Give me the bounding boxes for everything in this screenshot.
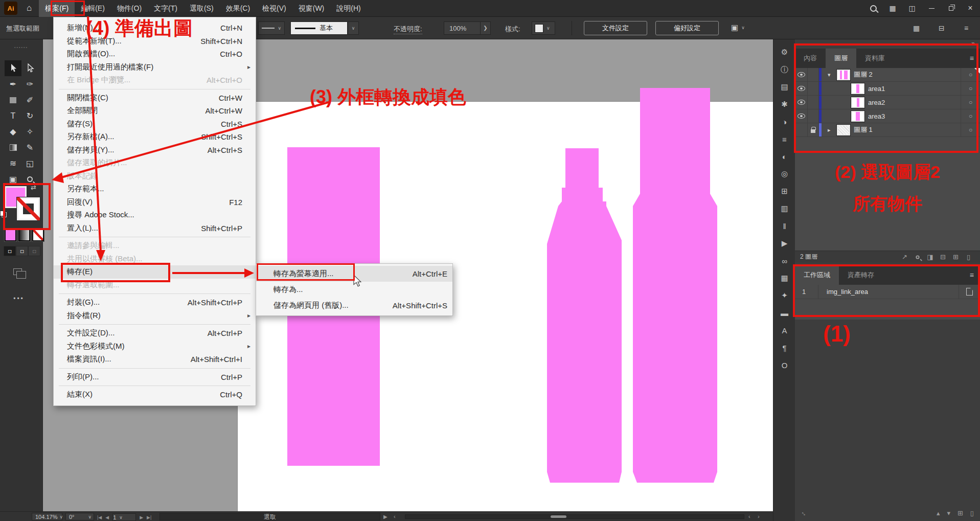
previous-artboard-button[interactable]: ◀ <box>105 515 109 520</box>
grid-icon[interactable]: ▦ <box>913 24 920 32</box>
appearance-panel-icon[interactable]: ✦ <box>773 287 795 304</box>
file-menu-item-27[interactable]: 結束(X)Ctrl+Q <box>54 388 256 401</box>
menu-edit[interactable]: 編輯(E) <box>75 0 111 17</box>
menu-view[interactable]: 檢視(V) <box>256 0 292 17</box>
stroke-color-swatch[interactable] <box>17 197 40 220</box>
menu-type[interactable]: 文字(T) <box>148 0 184 17</box>
selection-tool[interactable] <box>5 60 21 76</box>
scroll-left-icon[interactable]: ‹ <box>394 513 396 519</box>
file-menu-item-14[interactable]: 回復(V)F12 <box>54 196 256 209</box>
locate-object-icon[interactable] <box>911 253 924 261</box>
gradient-mode-button[interactable] <box>18 229 30 241</box>
visibility-toggle[interactable] <box>795 123 808 137</box>
change-screen-mode-icon[interactable] <box>13 268 22 275</box>
export-submenu-item-3[interactable]: 儲存為網頁用 (舊版)...Alt+Shift+Ctrl+S <box>256 298 452 313</box>
opacity-label[interactable]: 不透明度: <box>394 25 422 34</box>
search-icon[interactable] <box>863 0 883 17</box>
file-menu-item-2[interactable]: 從範本新增(T)...Shift+Ctrl+N <box>54 35 256 48</box>
file-menu-item-1[interactable]: 新增(N)...Ctrl+N <box>54 21 256 35</box>
file-menu-item-19[interactable]: 轉存(E)▸ <box>54 265 256 279</box>
rotation-dropdown[interactable]: 0°∨ <box>65 513 94 520</box>
layers-tab-1[interactable]: 內容 <box>795 49 826 68</box>
file-menu-item-9[interactable]: 另存新檔(A)...Shift+Ctrl+S <box>54 130 256 144</box>
close-icon[interactable]: × <box>961 0 980 17</box>
file-menu-item-6[interactable]: 關閉檔案(C)Ctrl+W <box>54 92 256 105</box>
zoom-level-dropdown[interactable]: 104.17%∨ <box>32 513 62 520</box>
file-menu-item-24[interactable]: 文件色彩模式(M)▸ <box>54 340 256 353</box>
visibility-toggle[interactable] <box>795 96 808 109</box>
default-fill-stroke-icon[interactable] <box>2 212 7 217</box>
make-clipping-mask-icon[interactable]: ◨ <box>924 253 937 261</box>
file-menu-item-21[interactable]: 封裝(G)...Alt+Shift+Ctrl+P <box>54 296 256 309</box>
eyedropper-tool[interactable]: ✎ <box>21 140 38 155</box>
character-panel-icon[interactable]: A <box>773 322 795 339</box>
horizontal-scrollbar[interactable] <box>405 514 744 519</box>
swap-fill-stroke-icon[interactable]: ⇄ <box>31 184 36 191</box>
curvature-tool[interactable]: ✑ <box>21 76 38 92</box>
file-menu-item-23[interactable]: 文件設定(D)...Alt+Ctrl+P <box>54 327 256 340</box>
brush-definition-dropdown[interactable]: 基本 <box>290 21 348 35</box>
artboards-menu-icon[interactable]: ≡ <box>970 265 980 285</box>
artboards-panel-icon[interactable]: ▤ <box>773 78 795 96</box>
file-menu-item-4[interactable]: 打開最近使用過的檔案(F)▸ <box>54 61 256 74</box>
links-panel-icon[interactable]: ∞ <box>773 252 795 269</box>
first-artboard-button[interactable]: |◀ <box>97 515 102 520</box>
opacity-value[interactable]: 100% <box>444 25 480 32</box>
visibility-toggle[interactable] <box>795 82 808 95</box>
new-sublayer-icon[interactable]: ⊟ <box>937 253 949 261</box>
file-menu-item-8[interactable]: 儲存(S)Ctrl+S <box>54 118 256 131</box>
style-swatch-dropdown[interactable]: ∨ <box>532 21 555 35</box>
delete-icon[interactable]: ▯ <box>970 509 974 517</box>
layers-tab-2[interactable]: 圖層 <box>826 49 856 68</box>
chevron-down-icon[interactable]: ▾ <box>828 72 833 78</box>
restore-icon[interactable] <box>941 0 961 17</box>
target-circle[interactable]: ○ <box>961 123 980 137</box>
layer-row-1[interactable]: ▾圖層 2○ <box>795 68 980 82</box>
artboards-tab-1[interactable]: 工作區域 <box>795 265 839 285</box>
gradient-tool[interactable] <box>5 140 21 155</box>
arrange-documents-icon[interactable]: ◫ <box>902 0 922 17</box>
scroll-right-arrow[interactable]: › <box>758 513 760 519</box>
collect-for-export-icon[interactable]: ↗ <box>898 253 911 261</box>
artboard-icon[interactable] <box>959 285 980 299</box>
file-menu-item-10[interactable]: 儲存拷貝(Y)...Alt+Ctrl+S <box>54 144 256 157</box>
file-menu-item-22[interactable]: 指令檔(R)▸ <box>54 309 256 323</box>
next-artboard-button[interactable]: ▶ <box>140 515 143 520</box>
asset-export-panel-icon[interactable]: ▦ <box>773 269 795 287</box>
chevron-right-icon[interactable]: ❯ <box>480 22 490 34</box>
menu-effect[interactable]: 效果(C) <box>220 0 256 17</box>
direct-selection-tool[interactable] <box>21 60 38 76</box>
brushes-panel-icon[interactable]: ▥ <box>773 200 795 217</box>
layer-row-2[interactable]: area1○ <box>795 82 980 96</box>
artboard-name[interactable]: img_link_area <box>818 288 959 296</box>
collapse-panels-icon[interactable]: » <box>971 40 975 47</box>
menu-file[interactable]: 檔案(F) <box>39 0 75 17</box>
brush-definition-chevron[interactable]: ∨ <box>348 21 359 35</box>
delete-selection-icon[interactable]: ▯ <box>962 253 975 261</box>
file-menu-item-13[interactable]: 另存範本... <box>54 183 256 196</box>
target-circle[interactable]: ○ <box>961 96 980 109</box>
layers-menu-icon[interactable]: ≡ <box>970 49 980 68</box>
attributes-panel-icon[interactable]: ◎ <box>773 165 795 183</box>
workspace-switcher-icon[interactable]: ▦ <box>883 0 902 17</box>
lock-toggle[interactable] <box>808 123 819 137</box>
document-setup-button[interactable]: 文件設定 <box>584 21 647 35</box>
preferences-button[interactable]: 偏好設定 <box>655 21 719 35</box>
layers-tab-3[interactable]: 資料庫 <box>856 49 894 68</box>
pattern-options-icon[interactable]: ✱ <box>773 96 795 113</box>
select-similar-dropdown[interactable]: ▣∨ <box>731 23 745 32</box>
edit-toolbar-icon[interactable]: ••• <box>0 295 38 302</box>
draw-normal-button[interactable]: ◘ <box>4 246 16 256</box>
graphic-styles-panel-icon[interactable]: ▬ <box>773 304 795 322</box>
paintbrush-tool[interactable]: ✐ <box>21 92 38 108</box>
menu-object[interactable]: 物件(O) <box>111 0 148 17</box>
horizontal-scrollbar-thumb[interactable] <box>551 515 566 518</box>
paragraph-panel-icon[interactable]: ¶ <box>773 339 795 356</box>
export-submenu-item-1[interactable]: 轉存為螢幕適用...Alt+Ctrl+E <box>256 266 452 282</box>
layer-row-3[interactable]: area2○ <box>795 96 980 109</box>
menu-window[interactable]: 視窗(W) <box>292 0 331 17</box>
shape-builder-tool[interactable]: ◱ <box>21 155 38 171</box>
file-menu-item-26[interactable]: 列印(P)...Ctrl+P <box>54 371 256 384</box>
rectangle-tool[interactable] <box>5 92 21 108</box>
file-menu-item-16[interactable]: 置入(L)...Shift+Ctrl+P <box>54 222 256 235</box>
